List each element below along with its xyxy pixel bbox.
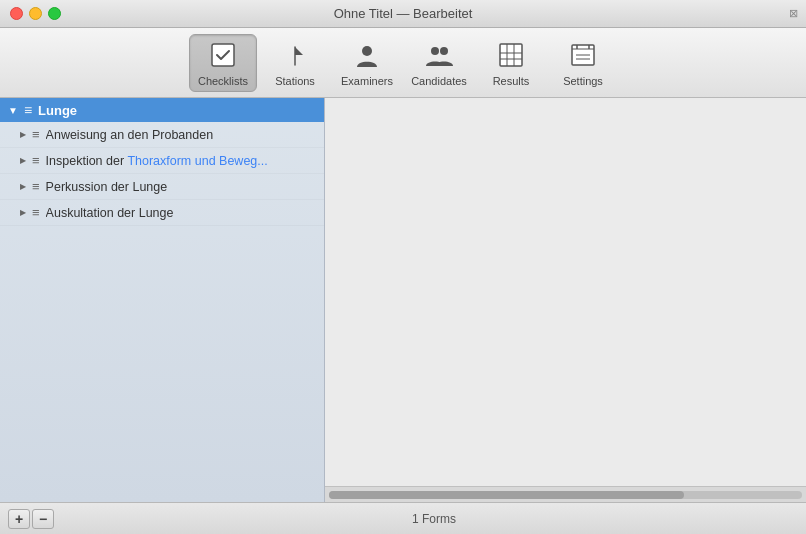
toolbar-item-stations[interactable]: Stations: [261, 34, 329, 92]
candidates-label: Candidates: [411, 75, 467, 87]
item-text: Auskultation der Lunge: [46, 206, 174, 220]
results-icon: [495, 39, 527, 71]
item-arrow-icon: ▶: [20, 156, 26, 165]
svg-point-4: [431, 47, 439, 55]
svg-point-3: [362, 46, 372, 56]
toolbar-item-settings[interactable]: Settings: [549, 34, 617, 92]
item-arrow-icon: ▶: [20, 130, 26, 139]
examiners-icon: [351, 39, 383, 71]
sidebar: ▼ ≡ Lunge ▶ ≡ Anweisung an den Probanden…: [0, 98, 325, 502]
examiners-label: Examiners: [341, 75, 393, 87]
bottom-buttons: + −: [0, 509, 62, 529]
item-lines-icon: ≡: [32, 127, 40, 142]
item-text: Inspektion der Thoraxform und Beweg...: [46, 154, 268, 168]
stations-label: Stations: [275, 75, 315, 87]
toolbar: Checklists Stations Examiners: [0, 28, 806, 98]
item-arrow-icon: ▶: [20, 208, 26, 217]
toolbar-item-examiners[interactable]: Examiners: [333, 34, 401, 92]
remove-button[interactable]: −: [32, 509, 54, 529]
svg-rect-0: [212, 44, 234, 66]
item-text: Perkussion der Lunge: [46, 180, 168, 194]
item-highlight: Thoraxform und Beweg...: [127, 154, 267, 168]
main-area: ▼ ≡ Lunge ▶ ≡ Anweisung an den Probanden…: [0, 98, 806, 502]
settings-label: Settings: [563, 75, 603, 87]
horizontal-scrollbar[interactable]: [325, 486, 806, 502]
candidates-icon: [423, 39, 455, 71]
toolbar-item-checklists[interactable]: Checklists: [189, 34, 257, 92]
toolbar-item-results[interactable]: Results: [477, 34, 545, 92]
group-list-icon: ≡: [24, 102, 32, 118]
scrollbar-thumb[interactable]: [329, 491, 684, 499]
item-text: Anweisung an den Probanden: [46, 128, 214, 142]
close-button[interactable]: [10, 7, 23, 20]
list-item[interactable]: ▶ ≡ Auskultation der Lunge: [0, 200, 324, 226]
content-area: [325, 98, 806, 502]
results-label: Results: [493, 75, 530, 87]
svg-point-5: [440, 47, 448, 55]
stations-icon: [279, 39, 311, 71]
item-lines-icon: ≡: [32, 179, 40, 194]
group-header-lunge[interactable]: ▼ ≡ Lunge: [0, 98, 324, 122]
item-lines-icon: ≡: [32, 205, 40, 220]
bottom-toolbar: + − 1 Forms: [0, 502, 806, 534]
titlebar: Ohne Titel — Bearbeitet ⊠: [0, 0, 806, 28]
item-lines-icon: ≡: [32, 153, 40, 168]
svg-rect-6: [500, 44, 522, 66]
window-controls: [10, 7, 61, 20]
group-chevron: ▼: [8, 105, 18, 116]
list-item[interactable]: ▶ ≡ Anweisung an den Probanden: [0, 122, 324, 148]
list-item[interactable]: ▶ ≡ Inspektion der Thoraxform und Beweg.…: [0, 148, 324, 174]
content-inner: [325, 98, 806, 486]
list-item[interactable]: ▶ ≡ Perkussion der Lunge: [0, 174, 324, 200]
minimize-button[interactable]: [29, 7, 42, 20]
checklists-label: Checklists: [198, 75, 248, 87]
scrollbar-track: [329, 491, 802, 499]
window-title: Ohne Titel — Bearbeitet: [334, 6, 473, 21]
item-arrow-icon: ▶: [20, 182, 26, 191]
group-label: Lunge: [38, 103, 77, 118]
svg-marker-2: [295, 47, 303, 55]
add-button[interactable]: +: [8, 509, 30, 529]
settings-icon: [567, 39, 599, 71]
toolbar-item-candidates[interactable]: Candidates: [405, 34, 473, 92]
resize-icon[interactable]: ⊠: [789, 7, 798, 20]
status-text: 1 Forms: [62, 512, 806, 526]
checklists-icon: [207, 39, 239, 71]
maximize-button[interactable]: [48, 7, 61, 20]
sidebar-content: ▼ ≡ Lunge ▶ ≡ Anweisung an den Probanden…: [0, 98, 324, 502]
